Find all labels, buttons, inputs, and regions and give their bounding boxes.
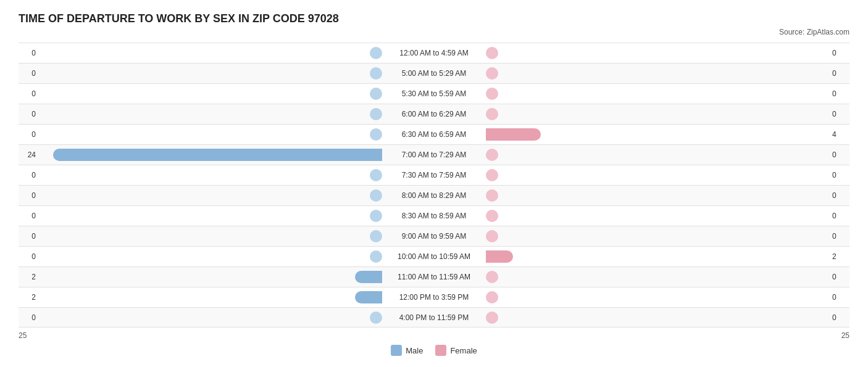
male-bar-wrap <box>40 88 382 100</box>
left-section: 2 <box>19 287 385 307</box>
time-label: 7:30 AM to 7:59 AM <box>385 171 483 179</box>
time-label: 7:00 AM to 7:29 AM <box>385 151 483 159</box>
female-bar-wrap <box>486 291 828 303</box>
chart-row: 0 12:00 AM to 4:59 AM 0 <box>19 43 849 63</box>
female-bar <box>486 271 498 283</box>
chart-row: 24 7:00 AM to 7:29 AM 0 <box>19 144 849 165</box>
male-value: 0 <box>19 171 36 179</box>
legend-female-label: Female <box>450 346 477 355</box>
male-value: 2 <box>19 273 36 281</box>
right-section: 0 <box>483 206 849 226</box>
female-value: 0 <box>832 49 849 57</box>
time-label: 8:30 AM to 8:59 AM <box>385 212 483 220</box>
female-value: 0 <box>832 293 849 302</box>
axis-right-value: 25 <box>841 331 849 340</box>
chart-title: TIME OF DEPARTURE TO WORK BY SEX IN ZIP … <box>19 12 849 25</box>
left-section: 0 <box>19 165 385 185</box>
chart-row: 0 5:00 AM to 5:29 AM 0 <box>19 63 849 83</box>
female-value: 0 <box>832 191 849 200</box>
female-bar-wrap <box>486 169 828 181</box>
right-section: 0 <box>483 104 849 124</box>
male-bar <box>355 271 382 283</box>
female-bar-wrap <box>486 210 828 222</box>
right-section: 0 <box>483 226 849 246</box>
female-bar-wrap <box>486 271 828 283</box>
male-bar <box>370 47 382 59</box>
legend-male: Male <box>391 345 423 356</box>
female-bar-wrap <box>486 67 828 80</box>
female-value: 0 <box>832 313 849 322</box>
right-section: 2 <box>483 247 849 266</box>
time-label: 10:00 AM to 10:59 AM <box>385 252 483 261</box>
female-bar <box>486 311 498 324</box>
female-bar <box>486 128 541 141</box>
time-label: 12:00 AM to 4:59 AM <box>385 49 483 57</box>
male-bar <box>370 88 382 100</box>
male-value: 0 <box>19 252 36 261</box>
female-bar-wrap <box>486 128 828 141</box>
female-value: 4 <box>832 130 849 139</box>
male-bar <box>370 189 382 202</box>
legend-female-box <box>435 345 446 356</box>
male-bar-wrap <box>40 108 382 120</box>
axis-left: 25 <box>19 331 385 340</box>
right-section: 0 <box>483 145 849 165</box>
female-bar-wrap <box>486 108 828 120</box>
chart-row: 0 6:30 AM to 6:59 AM 4 <box>19 124 849 144</box>
male-bar-wrap <box>40 67 382 80</box>
male-bar-wrap <box>40 47 382 59</box>
female-value: 0 <box>832 69 849 78</box>
chart-row: 0 8:00 AM to 8:29 AM 0 <box>19 185 849 205</box>
male-bar <box>370 128 382 141</box>
female-bar <box>486 47 498 59</box>
male-bar-wrap <box>40 311 382 324</box>
male-value: 2 <box>19 293 36 302</box>
left-section: 0 <box>19 247 385 266</box>
male-bar <box>355 291 382 303</box>
male-value: 0 <box>19 313 36 322</box>
female-bar-wrap <box>486 230 828 242</box>
left-section: 2 <box>19 267 385 287</box>
chart-row: 0 4:00 PM to 11:59 PM 0 <box>19 307 849 328</box>
chart-row: 0 6:00 AM to 6:29 AM 0 <box>19 104 849 124</box>
left-section: 0 <box>19 125 385 144</box>
female-value: 0 <box>832 171 849 179</box>
male-bar-wrap <box>40 189 382 202</box>
male-bar <box>53 149 382 161</box>
female-value: 0 <box>832 212 849 220</box>
time-label: 9:00 AM to 9:59 AM <box>385 232 483 241</box>
male-bar-wrap <box>40 250 382 263</box>
chart-row: 0 10:00 AM to 10:59 AM 2 <box>19 246 849 266</box>
male-bar <box>370 108 382 120</box>
axis-left-value: 25 <box>19 331 27 340</box>
chart-row: 2 12:00 PM to 3:59 PM 0 <box>19 287 849 307</box>
female-bar <box>486 250 513 263</box>
left-section: 24 <box>19 145 385 165</box>
time-label: 5:30 AM to 5:59 AM <box>385 89 483 98</box>
left-section: 0 <box>19 84 385 104</box>
chart-row: 0 8:30 AM to 8:59 AM 0 <box>19 205 849 226</box>
male-value: 24 <box>19 151 36 159</box>
right-section: 0 <box>483 64 849 83</box>
female-bar <box>486 88 498 100</box>
female-bar <box>486 149 498 161</box>
legend: Male Female <box>19 345 849 356</box>
male-bar <box>370 250 382 263</box>
left-section: 0 <box>19 64 385 83</box>
female-bar <box>486 67 498 80</box>
male-bar-wrap <box>40 169 382 181</box>
female-bar <box>486 210 498 222</box>
male-bar <box>370 169 382 181</box>
source-label: Source: ZipAtlas.com <box>19 28 849 36</box>
female-bar <box>486 189 498 202</box>
male-bar <box>370 311 382 324</box>
left-section: 0 <box>19 104 385 124</box>
time-label: 4:00 PM to 11:59 PM <box>385 313 483 322</box>
male-value: 0 <box>19 130 36 139</box>
right-section: 0 <box>483 308 849 327</box>
left-section: 0 <box>19 186 385 205</box>
right-section: 0 <box>483 267 849 287</box>
left-section: 0 <box>19 308 385 327</box>
female-bar <box>486 291 498 303</box>
male-bar <box>370 67 382 80</box>
